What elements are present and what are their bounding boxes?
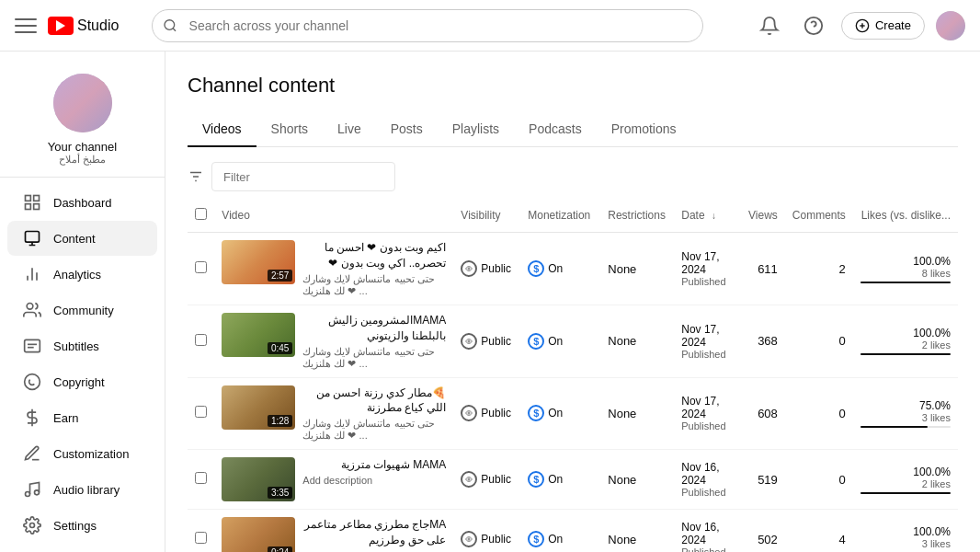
- studio-label: Studio: [77, 17, 119, 34]
- sidebar-item-community[interactable]: Community: [7, 293, 157, 328]
- filter-input[interactable]: [211, 162, 395, 191]
- likes-bar-bg: [860, 282, 951, 283]
- sidebar-label-content: Content: [53, 232, 96, 246]
- video-thumbnail[interactable]: 3:35: [222, 457, 295, 501]
- comments-cell: 0: [785, 305, 853, 378]
- filter-icon[interactable]: [188, 168, 204, 185]
- monetization-badge: $ On: [528, 405, 593, 421]
- help-button[interactable]: [797, 9, 830, 42]
- date-cell: Nov 17, 2024 Published: [674, 233, 739, 305]
- video-text: MAMA شهيوات مترزية Add description: [302, 457, 446, 486]
- likes-bar-fill: [860, 492, 951, 494]
- monetization-badge: $ On: [528, 471, 593, 488]
- row-checkbox[interactable]: [195, 334, 207, 346]
- copyright-icon: [22, 372, 42, 392]
- comments-cell: 0: [785, 450, 853, 510]
- svg-rect-10: [26, 204, 31, 210]
- col-monetization: Monetization: [520, 199, 600, 233]
- visibility-label: Public: [481, 335, 511, 348]
- tab-promotions[interactable]: Promotions: [597, 112, 691, 147]
- monetization-label: On: [548, 473, 563, 486]
- row-checkbox[interactable]: [195, 261, 207, 273]
- svg-line-1: [173, 29, 176, 31]
- tab-podcasts[interactable]: Podcasts: [514, 112, 597, 147]
- tab-live[interactable]: Live: [323, 112, 376, 147]
- sidebar-item-customization[interactable]: Customization: [7, 436, 157, 471]
- svg-point-27: [468, 268, 470, 270]
- date-status: Published: [681, 487, 732, 498]
- video-title: 🍕مطار كدي رزنة احسن من اللي كياع مطرزنة: [302, 385, 446, 417]
- svg-rect-7: [26, 196, 31, 201]
- row-checkbox[interactable]: [195, 406, 207, 418]
- video-thumbnail[interactable]: 0:45: [222, 313, 295, 357]
- video-info: 2:57 اكيم وبت بدون ❤ احسن ما تحصره.. اكي…: [222, 240, 446, 297]
- video-title: اكيم وبت بدون ❤ احسن ما تحصره.. اكي وبت …: [302, 240, 446, 271]
- tab-shorts[interactable]: Shorts: [256, 112, 323, 147]
- sidebar-label-analytics: Analytics: [53, 268, 101, 282]
- video-title: MAMA شهيوات مترزية: [302, 457, 446, 473]
- sidebar-item-settings[interactable]: Settings: [7, 508, 157, 543]
- select-all-checkbox[interactable]: [195, 208, 207, 220]
- sidebar-label-subtitles: Subtitles: [53, 339, 99, 353]
- visibility-icon: [461, 333, 477, 350]
- svg-point-30: [468, 478, 470, 480]
- restrictions-cell: None: [600, 510, 674, 552]
- monetization-badge: $ On: [528, 531, 593, 547]
- sidebar: Your channel مطبخ أملاح Dashboard Conten…: [0, 52, 165, 552]
- video-desc: حتى تحبيه ماتنساش لايك وشارك لك هلنزيك ❤…: [302, 273, 446, 297]
- customization-icon: [22, 443, 42, 464]
- row-checkbox[interactable]: [195, 472, 207, 484]
- svg-point-19: [25, 374, 40, 390]
- notifications-button[interactable]: [753, 9, 786, 42]
- search-container: [152, 9, 703, 42]
- monetization-icon: $: [528, 405, 544, 421]
- sidebar-item-content[interactable]: Content: [7, 221, 157, 256]
- likes-pct: 100.0%: [860, 255, 951, 268]
- likes-bar-fill: [860, 282, 951, 283]
- video-duration: 2:57: [268, 270, 292, 282]
- avatar[interactable]: [936, 11, 965, 40]
- video-desc: حتى تحبيه ماتنساش لايك وشارك لك هلنزيك ❤…: [302, 418, 446, 442]
- comments-cell: 4: [785, 510, 853, 552]
- search-input[interactable]: [152, 9, 703, 42]
- tab-playlists[interactable]: Playlists: [438, 112, 514, 147]
- settings-icon: [22, 515, 42, 535]
- video-thumbnail[interactable]: 2:57: [222, 240, 295, 284]
- sidebar-item-copyright[interactable]: Copyright: [7, 364, 157, 399]
- col-date[interactable]: Date ↓: [674, 199, 739, 233]
- likes-count: 3 likes: [860, 412, 951, 423]
- date-status: Published: [681, 546, 732, 552]
- date-main: Nov 17, 2024: [681, 323, 732, 349]
- video-table: Video Visibility Monetization Restrictio…: [188, 199, 958, 552]
- views-cell: 502: [739, 510, 785, 552]
- sidebar-item-analytics[interactable]: Analytics: [7, 257, 157, 292]
- likes-pct: 100.0%: [860, 525, 951, 538]
- sidebar-item-subtitles[interactable]: Subtitles: [7, 328, 157, 363]
- table-row: 1:28 🍕مطار كدي رزنة احسن من اللي كياع مط…: [188, 377, 958, 450]
- channel-avatar[interactable]: [53, 74, 112, 132]
- visibility-badge: Public: [461, 333, 513, 350]
- visibility-icon: [461, 471, 477, 488]
- sidebar-item-send-feedback[interactable]: Send feedback: [7, 544, 157, 552]
- video-thumbnail[interactable]: 0:24: [222, 517, 295, 552]
- visibility-icon: [461, 405, 477, 421]
- sidebar-item-earn[interactable]: Earn: [7, 400, 157, 435]
- date-status: Published: [681, 420, 732, 431]
- sidebar-item-dashboard[interactable]: Dashboard: [7, 185, 157, 220]
- sidebar-label-customization: Customization: [53, 447, 129, 461]
- sidebar-item-audio-library[interactable]: Audio library: [7, 472, 157, 507]
- row-checkbox[interactable]: [195, 532, 207, 544]
- create-button[interactable]: Create: [841, 12, 925, 40]
- monetization-badge: $ On: [528, 260, 593, 277]
- tab-posts[interactable]: Posts: [376, 112, 438, 147]
- col-views: Views: [739, 199, 785, 233]
- search-icon: [163, 17, 177, 33]
- menu-button[interactable]: [15, 15, 37, 37]
- likes-pct: 100.0%: [860, 327, 951, 339]
- likes-bar-bg: [860, 492, 951, 494]
- date-main: Nov 16, 2024: [681, 461, 732, 487]
- video-thumbnail[interactable]: 1:28: [222, 385, 295, 430]
- subtitles-icon: [22, 336, 42, 356]
- svg-rect-9: [34, 204, 40, 210]
- tab-videos[interactable]: Videos: [188, 112, 256, 147]
